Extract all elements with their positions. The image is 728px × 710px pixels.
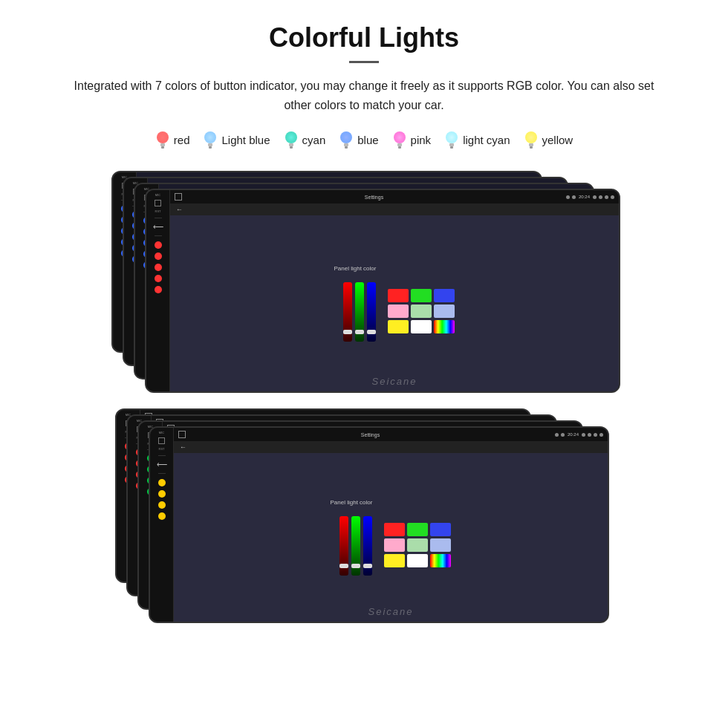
page-description: Integrated with 7 colors of button indic… [59,76,669,114]
swatch-blue-b[interactable] [430,523,451,536]
svg-rect-17 [450,146,453,149]
color-list: red Light blue [30,129,698,150]
color-label-Light blue: Light blue [221,134,270,146]
svg-rect-2 [161,146,164,149]
page-title: Colorful Lights [30,22,698,53]
svg-point-9 [340,131,352,143]
svg-rect-5 [209,146,212,149]
bulb-icon-cyan [284,129,299,150]
color-item-red: red [155,129,190,150]
svg-point-0 [157,131,169,143]
screen-time: 20:24 [579,195,590,199]
svg-rect-13 [397,143,402,146]
svg-rect-10 [344,143,348,146]
svg-rect-20 [530,146,533,149]
svg-rect-7 [289,143,293,146]
color-swatches [388,273,455,333]
color-item-blue: blue [339,129,378,150]
svg-point-12 [394,131,406,143]
panel-light-label-bottom: Panel light color [331,499,373,506]
svg-rect-11 [345,146,348,149]
device-stack-bottom: MIC RST Set [104,408,624,624]
bulb-icon-light cyan [444,129,459,150]
color-label-red: red [174,134,190,146]
swatch-white-b[interactable] [407,554,428,567]
color-swatches-bottom [384,507,451,567]
color-item-pink: pink [392,129,432,150]
screen-time-bottom: 20:24 [568,432,579,437]
color-label-yellow: yellow [542,134,573,146]
bulb-icon-yellow [524,129,539,150]
bulb-icon-pink [392,129,407,150]
svg-point-15 [446,131,458,143]
back-arrow-bottom[interactable]: ← [180,443,186,451]
svg-rect-8 [290,146,293,149]
svg-point-3 [204,131,216,143]
swatch-red-wide-bottom[interactable] [384,507,451,521]
svg-rect-4 [208,143,212,146]
panel-light-label: Panel light color [334,265,377,272]
swatch-yellow-b[interactable] [384,554,405,567]
color-label-light cyan: light cyan [463,134,510,146]
svg-rect-1 [160,143,165,146]
color-label-blue: blue [357,134,378,146]
page-wrapper: Colorful Lights Integrated with 7 colors… [0,0,728,668]
swatch-green[interactable] [411,289,432,302]
svg-rect-19 [529,143,533,146]
svg-rect-14 [398,146,401,149]
swatch-rainbow-b[interactable] [430,554,451,567]
color-item-light-cyan: light cyan [444,129,510,150]
device-section-bottom: MIC RST Set [30,408,698,624]
watermark-bottom: Seicane [368,606,414,617]
bulb-icon-blue [339,129,354,150]
swatch-red[interactable] [388,289,409,302]
color-label-pink: pink [411,134,432,146]
device-stack-top: MIC RST MIC [104,171,624,386]
swatch-yellow[interactable] [388,320,409,333]
swatch-pink[interactable] [388,304,409,318]
swatch-red-wide[interactable] [388,273,455,287]
screen-title-bottom: Settings [189,432,552,437]
watermark-top: Seicane [372,376,417,387]
color-item-Light-blue: Light blue [203,129,270,150]
color-label-cyan: cyan [302,134,326,146]
color-item-cyan: cyan [284,129,326,150]
device-card-sm-front: MIC RST ⟵ [149,426,609,623]
swatch-pink-b[interactable] [384,538,405,552]
swatch-lightgreen[interactable] [411,304,432,318]
bulb-icon-Light blue [203,129,218,150]
bulb-icon-red [155,129,170,150]
device-card-front: MIC RST ⟵ [145,189,620,393]
swatch-red-b[interactable] [384,523,405,536]
svg-rect-16 [449,143,454,146]
device-section-top: MIC RST MIC [30,171,698,386]
swatch-lightblue-b[interactable] [430,538,451,552]
swatch-lightgreen-b[interactable] [407,538,428,552]
swatch-green-b[interactable] [407,523,428,536]
color-item-yellow: yellow [524,129,573,150]
screen-title: Settings [185,195,563,200]
swatch-blue[interactable] [434,289,455,302]
svg-point-18 [525,131,537,143]
swatch-lightblue[interactable] [434,304,455,318]
title-divider [349,61,379,63]
back-arrow[interactable]: ← [176,206,183,213]
swatch-rainbow[interactable] [434,320,455,333]
svg-point-6 [285,131,297,143]
swatch-white[interactable] [411,320,432,333]
